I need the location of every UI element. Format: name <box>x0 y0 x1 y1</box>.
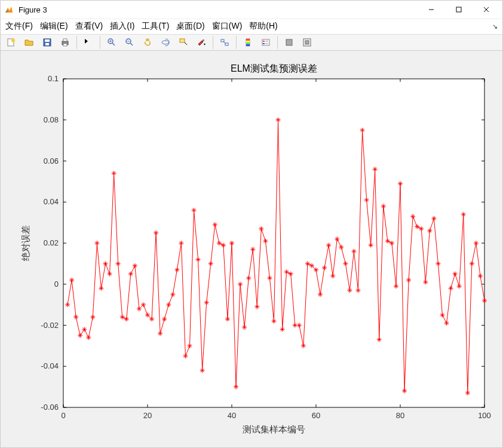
minimize-button[interactable] <box>418 1 445 19</box>
svg-rect-12 <box>63 39 67 41</box>
svg-rect-31 <box>246 41 250 42</box>
svg-rect-26 <box>221 39 224 42</box>
titlebar: Figure 3 <box>1 1 502 19</box>
svg-text:0: 0 <box>54 280 59 289</box>
svg-text:20: 20 <box>143 411 152 420</box>
svg-rect-3 <box>456 7 461 12</box>
save-button[interactable] <box>39 35 56 50</box>
svg-rect-39 <box>286 39 292 45</box>
rotate-3d-button[interactable] <box>157 35 174 50</box>
svg-text:0.08: 0.08 <box>44 115 59 124</box>
svg-rect-22 <box>180 39 185 42</box>
svg-line-15 <box>112 43 115 45</box>
svg-point-21 <box>162 41 169 44</box>
show-plot-tools-button[interactable] <box>299 35 315 50</box>
menu-tools[interactable]: 工具(T) <box>142 21 169 32</box>
menu-edit[interactable]: 编辑(E) <box>40 21 68 32</box>
svg-line-23 <box>185 42 187 45</box>
window-controls <box>418 1 500 19</box>
maximize-button[interactable] <box>445 1 473 19</box>
insert-legend-button[interactable] <box>257 35 274 50</box>
svg-rect-10 <box>45 43 49 45</box>
menubar: 文件(F) 编辑(E) 查看(V) 插入(I) 工具(T) 桌面(D) 窗口(W… <box>1 19 502 35</box>
menu-insert[interactable]: 插入(I) <box>110 21 134 32</box>
svg-rect-34 <box>262 39 269 45</box>
figure-window: Figure 3 文件(F) 编辑(E) 查看(V) 插入(I) 工具(T) 桌… <box>0 0 503 448</box>
svg-rect-30 <box>246 39 250 41</box>
brush-button[interactable] <box>193 35 210 50</box>
new-figure-button[interactable] <box>3 35 20 50</box>
print-button[interactable] <box>57 35 73 50</box>
menu-window[interactable]: 窗口(W) <box>212 21 243 32</box>
svg-text:40: 40 <box>228 411 236 420</box>
svg-text:-0.04: -0.04 <box>41 361 59 370</box>
chart-area[interactable]: 020406080100-0.06-0.04-0.0200.020.040.06… <box>1 51 502 447</box>
edit-plot-button[interactable] <box>80 35 97 50</box>
svg-text:0.06: 0.06 <box>44 157 59 165</box>
hide-plot-tools-button[interactable] <box>281 35 297 50</box>
svg-rect-9 <box>45 39 50 42</box>
window-title: Figure 3 <box>19 5 418 14</box>
menu-file[interactable]: 文件(F) <box>5 21 33 32</box>
svg-rect-32 <box>246 42 250 44</box>
svg-rect-42 <box>63 79 484 407</box>
svg-text:0.1: 0.1 <box>48 74 59 83</box>
svg-text:60: 60 <box>312 411 320 420</box>
zoom-in-button[interactable] <box>103 35 120 50</box>
chart-svg: 020406080100-0.06-0.04-0.0200.020.040.06… <box>7 57 496 441</box>
svg-text:100: 100 <box>478 411 491 420</box>
menu-desktop[interactable]: 桌面(D) <box>176 21 204 32</box>
svg-text:0.04: 0.04 <box>44 197 59 206</box>
svg-text:测试集样本编号: 测试集样本编号 <box>243 424 305 434</box>
svg-rect-36 <box>263 43 265 44</box>
svg-text:绝对误差: 绝对误差 <box>20 225 30 261</box>
svg-line-19 <box>130 43 133 45</box>
svg-rect-41 <box>305 41 309 44</box>
svg-marker-25 <box>204 44 206 45</box>
svg-rect-35 <box>263 41 265 42</box>
svg-text:ELM测试集预测误差: ELM测试集预测误差 <box>231 63 317 73</box>
matlab-icon <box>3 4 15 16</box>
open-button[interactable] <box>21 35 38 50</box>
svg-text:-0.02: -0.02 <box>41 321 59 330</box>
data-cursor-button[interactable] <box>175 35 192 50</box>
svg-text:0: 0 <box>61 411 65 420</box>
zoom-out-button[interactable] <box>121 35 138 50</box>
svg-text:80: 80 <box>396 411 404 420</box>
menu-view[interactable]: 查看(V) <box>75 21 103 32</box>
svg-text:0.02: 0.02 <box>44 238 59 247</box>
menu-help[interactable]: 帮助(H) <box>249 21 277 32</box>
link-plot-button[interactable] <box>216 35 233 50</box>
svg-text:-0.06: -0.06 <box>41 403 59 412</box>
svg-point-7 <box>11 39 15 42</box>
pan-button[interactable] <box>139 35 156 50</box>
svg-rect-24 <box>203 39 204 41</box>
close-button[interactable] <box>473 1 500 19</box>
toolbar-dropdown-icon[interactable]: ↘ <box>492 23 498 30</box>
svg-rect-33 <box>246 44 250 46</box>
svg-rect-13 <box>63 44 67 46</box>
insert-colorbar-button[interactable] <box>240 35 256 50</box>
toolbar <box>1 35 502 51</box>
